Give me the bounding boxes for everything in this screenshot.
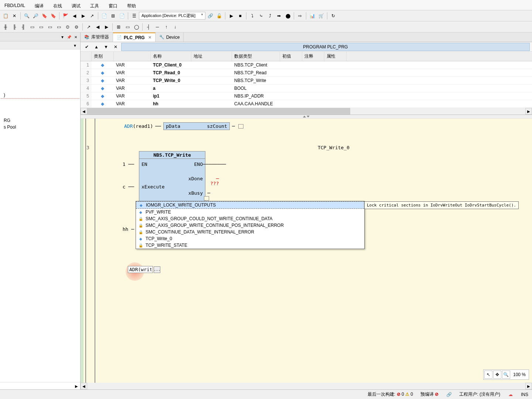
menu-compile[interactable]: 编译: [30, 1, 48, 8]
fbd-branch-icon[interactable]: ┤: [144, 23, 153, 31]
login-icon[interactable]: 🔗: [206, 12, 214, 20]
sidebar-dropdown-icon[interactable]: ▼: [59, 34, 65, 40]
grid-icon[interactable]: ⊞: [109, 12, 117, 20]
application-selector[interactable]: Application [Device: PLC逻辑]: [139, 12, 205, 20]
fbd-coil-icon[interactable]: ◯: [132, 23, 140, 31]
nav-down-icon[interactable]: ▼: [102, 43, 110, 51]
fbd-scroll-left-icon[interactable]: ◀: [81, 383, 87, 389]
menu-fbd[interactable]: FBD/LD/IL: [0, 1, 30, 8]
sidebar-close-icon[interactable]: ✕: [73, 34, 79, 40]
autocomplete-item[interactable]: 🔒TCP_WRITE_STATE: [136, 242, 364, 249]
fbd-tool-8[interactable]: ⊙: [64, 23, 72, 31]
fbd-tool-6[interactable]: ▭: [46, 23, 54, 31]
cart-icon[interactable]: 🛒: [317, 12, 325, 20]
fbd-tool-5[interactable]: ▭: [37, 23, 45, 31]
tree-item-prg[interactable]: ): [1, 92, 79, 99]
table-row[interactable]: 6◆VARhhCAA.CAA.HANDLE: [81, 100, 532, 108]
pdata-block[interactable]: pData szCount: [163, 122, 230, 130]
pin-xexecute-input[interactable]: c ──: [123, 184, 134, 189]
step-into-icon[interactable]: ⤷: [257, 12, 265, 20]
bookmark2-icon[interactable]: 🔖: [49, 12, 57, 20]
tree-item-pool[interactable]: s Pool: [1, 124, 79, 130]
table-row[interactable]: 4◆VARaBOOL: [81, 85, 532, 92]
fbd-tool-1[interactable]: ╫: [1, 23, 10, 31]
table-row[interactable]: 5◆VARip1NBS.IP_ADDR: [81, 92, 532, 100]
fbd-jump-icon[interactable]: ↗: [85, 23, 93, 31]
var-table-body[interactable]: 1◆VARTCP_Client_0NBS.TCP_Client2◆VARTCP_…: [81, 61, 532, 108]
hscroll-right-icon[interactable]: ▶: [525, 108, 532, 115]
fbd-tool-9[interactable]: ⊖: [72, 23, 81, 31]
fb-instance-name[interactable]: TCP_Write_0: [139, 145, 528, 150]
autocomplete-item[interactable]: 🔒SMC_CONTINUE_DATA_WRITE_INTERNAL_ERROR: [136, 229, 364, 235]
close-icon[interactable]: ✕: [10, 12, 18, 20]
replace-icon[interactable]: 🔎: [31, 12, 40, 20]
sidebar-scroll-right-icon[interactable]: ▶: [74, 383, 79, 389]
next-flag-icon[interactable]: ▶: [79, 12, 87, 20]
tree-item-rg[interactable]: RG: [1, 117, 79, 124]
sidebar-sub-dropdown-icon[interactable]: ▼: [72, 42, 78, 48]
bookmark-icon[interactable]: 🔖: [40, 12, 48, 20]
zoom-magnify-icon[interactable]: 🔍: [502, 371, 510, 379]
status-link-icon[interactable]: 🔗: [446, 392, 452, 398]
copy-icon[interactable]: 📄: [100, 12, 108, 20]
autocomplete-item[interactable]: ◆TCP_Write_0: [136, 235, 364, 242]
step-over-icon[interactable]: ⤵: [248, 12, 256, 20]
adr-write-input-row[interactable]: ...: [128, 266, 160, 273]
fbd-return-icon[interactable]: ◀: [93, 23, 102, 31]
fbd-network-icon[interactable]: ⊞: [115, 23, 123, 31]
new-icon[interactable]: 📄: [118, 12, 126, 20]
zoom-move-icon[interactable]: ✥: [493, 371, 501, 379]
menu-debug[interactable]: 调试: [67, 1, 85, 8]
output-connector[interactable]: [238, 124, 243, 129]
flag-icon[interactable]: 🚩: [61, 12, 69, 20]
force-icon[interactable]: ⇨: [296, 12, 304, 20]
pin-xdone-value[interactable]: ─ ???: [210, 176, 219, 186]
tab-device[interactable]: 🔧 Device: [156, 33, 184, 42]
fbd-tool-3[interactable]: ╢: [19, 23, 27, 31]
cursor-icon[interactable]: ➡: [275, 12, 283, 20]
autocomplete-item[interactable]: ◆IOMGR_LOCK_WRITE_OUTPUTS: [136, 201, 364, 209]
hscroll-left-icon[interactable]: ◀: [81, 108, 87, 115]
menu-online[interactable]: 在线: [49, 1, 66, 8]
nav-close-icon[interactable]: ✕: [112, 43, 120, 51]
fbd-up-icon[interactable]: ↑: [162, 23, 170, 31]
fbd-scroll-right-icon[interactable]: ▶: [525, 383, 532, 389]
stop-icon[interactable]: ■: [236, 12, 244, 20]
menu-help[interactable]: 帮助: [123, 1, 140, 8]
fbd-line-icon[interactable]: ─: [153, 23, 161, 31]
zoom-cursor-icon[interactable]: ↖: [484, 371, 492, 379]
table-row[interactable]: 2◆VARTCP_Read_0NBS.TCP_Read: [81, 69, 532, 77]
splitter-handle[interactable]: [81, 115, 532, 119]
breakpoint-icon[interactable]: ⬤: [284, 12, 292, 20]
ellipsis-button[interactable]: ...: [154, 266, 160, 273]
paste-icon[interactable]: 📋: [1, 12, 10, 20]
zoom-level[interactable]: 100 %: [511, 372, 528, 377]
status-cloud-icon[interactable]: ☁: [508, 392, 514, 398]
pin-hh-input[interactable]: hh ─: [123, 227, 134, 232]
fbd-hscroll[interactable]: ◀ ▶: [81, 383, 532, 389]
table-row[interactable]: 3◆VARTCP_Write_0NBS.TCP_Write: [81, 77, 532, 85]
nav-up-icon[interactable]: ▲: [92, 43, 100, 51]
table-row[interactable]: 1◆VARTCP_Client_0NBS.TCP_Client: [81, 61, 532, 69]
fbd-tool-4[interactable]: ▭: [28, 23, 36, 31]
list-icon[interactable]: ☰: [130, 12, 138, 20]
refresh-icon[interactable]: ↻: [329, 12, 337, 20]
prev-flag-icon[interactable]: ◀: [70, 12, 78, 20]
fbd-down-icon[interactable]: ↓: [171, 23, 179, 31]
sidebar-pin-icon[interactable]: 📌: [66, 34, 72, 40]
autocomplete-item[interactable]: 🔒SMC_AXIS_GROUP_COULD_NOT_WRITE_CONTINUE…: [136, 215, 364, 222]
fbd-run-icon[interactable]: ▶: [102, 23, 110, 31]
play-icon[interactable]: ▶: [227, 12, 235, 20]
chart-icon[interactable]: 📊: [308, 12, 316, 20]
pin-en-input[interactable]: 1 ──: [123, 162, 134, 167]
autocomplete-item[interactable]: 🔒SMC_AXIS_GROUP_WRITE_CONTINUE_POS_INTER…: [136, 222, 364, 229]
fbd-block-icon[interactable]: ▭: [123, 23, 132, 31]
tcp-write-block[interactable]: NBS.TCP_Write 1 ── EN c ── xExecute: [139, 151, 205, 239]
tab-plc-prg[interactable]: 📄 PLC_PRG ✕: [113, 33, 156, 42]
step-out-icon[interactable]: ⤴: [266, 12, 274, 20]
find-icon[interactable]: 🔍: [23, 12, 31, 20]
logout-icon[interactable]: 🔓: [215, 12, 223, 20]
menu-window[interactable]: 窗口: [104, 1, 122, 8]
fbd-tool-2[interactable]: ╟: [10, 23, 18, 31]
step-icon[interactable]: ↗: [88, 12, 96, 20]
